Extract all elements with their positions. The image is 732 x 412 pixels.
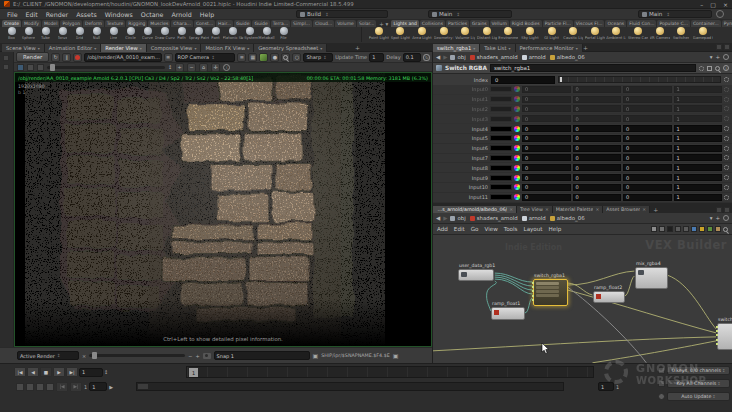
network-graph[interactable]: Indie Edition VEX Builder user_data_rgb1… xyxy=(432,235,732,363)
pane-maximize-icon[interactable] xyxy=(716,44,722,50)
network-tab[interactable]: Tree View xyxy=(517,206,553,213)
pane-split-button[interactable]: + xyxy=(580,44,591,51)
network-node[interactable]: user_data_rgb1 xyxy=(458,269,494,281)
breadcrumb-item[interactable]: arnold xyxy=(522,215,546,221)
shelf-tool[interactable]: GI Light xyxy=(541,27,563,43)
reset-circle-icon[interactable]: ↻ xyxy=(423,54,430,61)
color-swatch[interactable] xyxy=(490,126,512,132)
gear-icon[interactable] xyxy=(724,165,729,170)
shelf-tool[interactable]: Spray Paint xyxy=(190,27,207,43)
color-swatch[interactable] xyxy=(490,184,512,190)
keys-channels-selector[interactable]: 0 keys, 0/0 channels xyxy=(667,366,730,375)
shelf-tab[interactable]: Chara... xyxy=(171,20,193,27)
shelf-tool[interactable]: VR Camera xyxy=(649,27,671,43)
snapshot-path[interactable]: SHIP/ipr/$SNAPNAME.$F4.$E xyxy=(321,353,389,358)
snapshot-slider[interactable] xyxy=(89,354,185,357)
param-r-field[interactable]: 0 xyxy=(522,96,571,103)
main-desktop-selector-right[interactable]: Main xyxy=(638,10,712,18)
param-g-field[interactable]: 0 xyxy=(573,164,622,171)
menu-item[interactable]: Assets xyxy=(76,11,97,18)
shelf-tab[interactable]: Particle Fl... xyxy=(543,20,573,27)
info-icon[interactable] xyxy=(723,65,729,71)
pane-tab[interactable]: Animation Editor xyxy=(45,44,101,52)
param-r-field[interactable]: 0 xyxy=(522,174,571,181)
path-dropdown-icon[interactable]: ▾ xyxy=(710,54,713,60)
color-swatch[interactable] xyxy=(490,135,512,141)
shelf-tool[interactable]: Area Light xyxy=(411,27,433,43)
zoom-out-icon[interactable]: − xyxy=(187,63,196,72)
update-time-field[interactable]: 1 xyxy=(369,53,384,62)
node-body[interactable] xyxy=(593,291,625,303)
network-menu-item[interactable]: Go xyxy=(471,226,479,232)
pan-icon[interactable]: ✛ xyxy=(211,63,220,72)
shelf-tab[interactable]: Terra... xyxy=(271,20,290,27)
range-handle-icon[interactable]: ▶ xyxy=(109,384,113,390)
network-menu-item[interactable]: Tools xyxy=(504,226,518,232)
gear-icon[interactable] xyxy=(724,175,729,180)
range-active-region[interactable] xyxy=(138,384,148,389)
param-r-field[interactable]: 0 xyxy=(522,86,571,93)
pin-icon[interactable]: + xyxy=(715,54,720,60)
list-view-icon[interactable] xyxy=(683,226,689,232)
shelf-tool[interactable]: Point Light xyxy=(368,27,390,43)
gear-icon[interactable] xyxy=(724,146,729,151)
index-slider-knob[interactable] xyxy=(560,77,562,82)
playbar-settings-icon[interactable] xyxy=(46,383,54,391)
slider-knob[interactable] xyxy=(50,64,55,71)
green-note-icon[interactable] xyxy=(707,226,713,232)
menu-item[interactable]: Edit xyxy=(26,11,38,18)
node-body[interactable] xyxy=(635,267,668,289)
snapshot-camera-icon[interactable] xyxy=(203,353,211,359)
param-a-field[interactable]: 1 xyxy=(674,145,723,152)
pane-split-button[interactable]: + xyxy=(352,44,363,51)
shelf-tab[interactable]: Viscous Fl... xyxy=(574,20,605,27)
audio-toggle-icon[interactable] xyxy=(26,383,34,391)
param-r-field[interactable]: 0 xyxy=(522,164,571,171)
tan-folder-icon[interactable] xyxy=(715,226,721,232)
menu-item[interactable]: Help xyxy=(200,11,214,18)
prev-key-button[interactable] xyxy=(56,382,68,392)
param-a-field[interactable]: 1 xyxy=(674,96,723,103)
shelf-tab[interactable]: Polygon xyxy=(60,20,82,27)
param-g-field[interactable]: 0 xyxy=(573,86,622,93)
menu-item[interactable]: Octane xyxy=(141,11,164,18)
shelf-tool[interactable]: Distant Light xyxy=(476,27,498,43)
menu-item[interactable]: Render xyxy=(46,11,68,18)
param-r-field[interactable]: 0 xyxy=(522,135,571,142)
shelf-tab[interactable]: Solar... xyxy=(357,20,376,27)
minus-icon[interactable]: − xyxy=(188,353,192,359)
param-g-field[interactable]: 0 xyxy=(573,125,622,132)
param-r-field[interactable]: 0 xyxy=(522,105,571,112)
yellow-folder-icon[interactable] xyxy=(699,226,705,232)
close-button[interactable]: × xyxy=(723,1,728,8)
next-key-button[interactable] xyxy=(70,382,82,392)
param-a-field[interactable]: 1 xyxy=(674,164,723,171)
breadcrumb-item[interactable]: obj xyxy=(450,215,465,221)
color-swatch[interactable] xyxy=(490,116,512,122)
param-b-field[interactable]: 0 xyxy=(623,174,672,181)
shelf-tool[interactable]: Path xyxy=(173,27,190,43)
go-end-button[interactable] xyxy=(66,367,78,377)
shelf-tab[interactable]: Volume xyxy=(335,20,356,27)
shelf-tool[interactable]: Grid xyxy=(71,27,88,43)
shelf-tab[interactable]: Modify xyxy=(22,20,41,27)
param-a-field[interactable]: 1 xyxy=(674,115,723,122)
forward-arrow-icon[interactable]: ▶ xyxy=(443,54,447,60)
shelf-tool[interactable]: File xyxy=(275,27,292,43)
network-menu-item[interactable]: Add xyxy=(437,226,448,232)
shelf-tab[interactable]: Populate C... xyxy=(657,20,689,27)
active-render-selector[interactable]: Active Render xyxy=(17,351,79,360)
background-checker-icon[interactable]: ▦ xyxy=(248,53,257,62)
pane-tab[interactable]: Motion FX View xyxy=(201,44,254,52)
auto-update-selector[interactable]: Auto Update xyxy=(667,392,730,401)
breadcrumb-item[interactable]: shaders_arnold xyxy=(470,215,518,221)
pane-menu-icon[interactable] xyxy=(724,44,730,50)
pane-tab[interactable]: Render View xyxy=(101,44,146,52)
maximize-button[interactable]: ▢ xyxy=(710,1,716,8)
minimize-button[interactable]: – xyxy=(700,1,703,8)
param-b-field[interactable]: 0 xyxy=(623,115,672,122)
zoom-in-icon[interactable]: + xyxy=(175,63,184,72)
param-r-field[interactable]: 0 xyxy=(522,125,571,132)
param-g-field[interactable]: 0 xyxy=(573,96,622,103)
param-a-field[interactable]: 1 xyxy=(674,86,723,93)
